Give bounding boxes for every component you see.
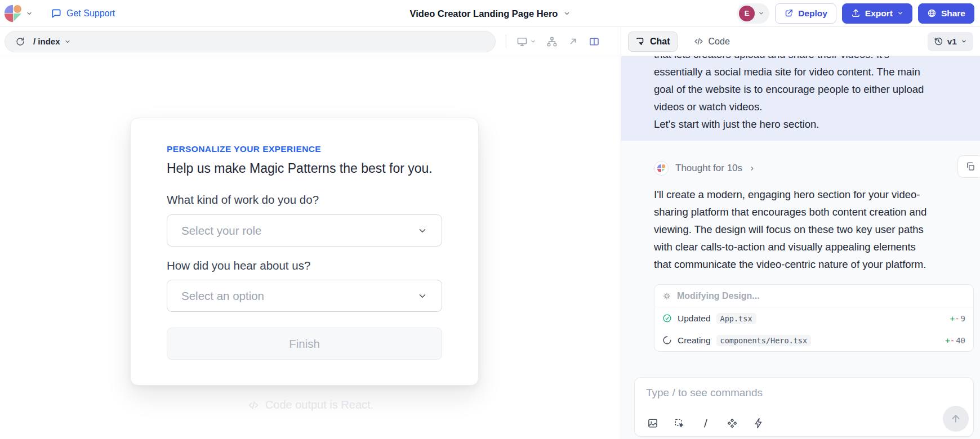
role-select-placeholder: Select your role	[181, 224, 261, 238]
sparkle-icon	[662, 292, 671, 301]
viewport-chevron-down-icon	[530, 38, 536, 44]
diff-stats: + - 9	[950, 314, 965, 323]
components-icon[interactable]	[727, 418, 738, 429]
diff-stats: + - 40	[945, 336, 965, 345]
role-select[interactable]: Select your role	[167, 214, 442, 247]
share-button[interactable]: Share	[918, 3, 974, 24]
assistant-avatar	[654, 161, 669, 176]
chat-transcript[interactable]: that lets creators upload and share thei…	[621, 56, 980, 369]
globe-icon	[927, 8, 937, 18]
role-question-label: What kind of work do you do?	[167, 193, 442, 207]
open-preview-button[interactable]	[568, 36, 578, 47]
export-chevron-down-icon	[897, 10, 903, 16]
account-chevron-down-icon	[758, 10, 764, 16]
select-element-icon[interactable]	[674, 418, 685, 429]
tool-call-card: Modifying Design... Updated App.tsx + - …	[654, 284, 974, 352]
copy-icon	[965, 162, 975, 172]
tab-chat[interactable]: Chat	[628, 32, 678, 52]
modal-title: Help us make Magic Patterns the best for…	[167, 161, 442, 176]
project-title[interactable]: Video Creator Landing Page Hero	[410, 0, 571, 27]
deploy-label: Deploy	[798, 8, 827, 19]
tab-chat-label: Chat	[650, 37, 670, 47]
preview-canvas: PERSONALIZE YOUR EXPERIENCE Help us make…	[0, 56, 621, 439]
arrow-up-icon	[950, 413, 961, 424]
external-link-icon	[784, 8, 794, 18]
route-path: / index	[33, 37, 60, 46]
code-brackets-icon	[693, 36, 704, 47]
app-header: Get Support Video Creator Landing Page H…	[0, 0, 980, 27]
send-button[interactable]	[943, 406, 969, 432]
chat-bubble-icon	[635, 37, 645, 47]
account-menu[interactable]: E	[737, 3, 769, 24]
get-support-link[interactable]: Get Support	[51, 8, 115, 19]
export-button[interactable]: Export	[842, 3, 912, 24]
slash-command-icon[interactable]	[700, 418, 711, 429]
upload-icon	[851, 8, 861, 18]
chat-composer[interactable]	[634, 377, 974, 437]
finish-button[interactable]: Finish	[167, 328, 442, 360]
version-selector[interactable]: v1	[928, 32, 973, 51]
deploy-button[interactable]: Deploy	[775, 3, 836, 24]
code-note-brackets-icon	[247, 399, 260, 411]
viewport-size-button[interactable]	[516, 36, 536, 47]
referral-select[interactable]: Select an option	[167, 280, 442, 312]
toolbar-row: / index Chat Code	[0, 27, 980, 56]
refresh-icon[interactable]	[15, 37, 25, 47]
referral-question-label: How did you hear about us?	[167, 259, 442, 272]
tab-code-label: Code	[709, 37, 730, 47]
modal-eyebrow: PERSONALIZE YOUR EXPERIENCE	[167, 144, 442, 154]
user-message: that lets creators upload and share thei…	[621, 56, 980, 141]
assistant-message: I'll create a modern, engaging hero sect…	[654, 186, 957, 273]
personalize-modal: PERSONALIZE YOUR EXPERIENCE Help us make…	[130, 118, 479, 386]
thought-chevron-right-icon	[749, 165, 755, 172]
code-output-note: Code output is React.	[0, 398, 621, 411]
role-select-chevron-down-icon	[417, 226, 427, 236]
route-chevron-down-icon	[64, 38, 71, 45]
tab-code[interactable]: Code	[687, 32, 737, 52]
share-label: Share	[941, 8, 965, 19]
assistant-logo-icon	[657, 164, 665, 172]
referral-select-placeholder: Select an option	[181, 289, 264, 303]
file-chip: App.tsx	[716, 313, 756, 324]
tool-card-title: Modifying Design...	[677, 291, 760, 301]
tool-card-header[interactable]: Modifying Design...	[654, 285, 973, 307]
split-view-button[interactable]	[589, 36, 600, 47]
export-label: Export	[865, 8, 893, 19]
quick-action-bolt-icon[interactable]	[753, 418, 764, 429]
get-support-label: Get Support	[66, 8, 115, 19]
spinner-icon	[662, 335, 672, 345]
attach-image-icon[interactable]	[647, 418, 658, 429]
copy-message-button[interactable]	[957, 155, 980, 178]
title-chevron-down-icon	[563, 10, 570, 17]
route-selector[interactable]: / index	[33, 37, 71, 46]
chat-panel: that lets creators upload and share thei…	[621, 56, 980, 439]
composer-toolbar	[647, 418, 764, 429]
thought-toggle[interactable]: Thought for 10s	[654, 161, 980, 176]
version-chevron-down-icon	[961, 38, 967, 44]
thought-label: Thought for 10s	[675, 163, 742, 174]
file-chip: components/Hero.tsx	[716, 335, 811, 346]
check-circle-icon	[662, 313, 672, 323]
tool-card-row-updated[interactable]: Updated App.tsx + - 9	[654, 307, 973, 329]
history-icon	[934, 37, 943, 46]
toolbar-divider	[506, 35, 506, 48]
workspace-chevron-down-icon[interactable]	[26, 10, 33, 17]
chat-input[interactable]	[646, 387, 852, 399]
avatar: E	[739, 6, 755, 21]
referral-select-chevron-down-icon	[417, 291, 427, 301]
support-chat-bubble-icon	[51, 8, 62, 19]
version-label: v1	[947, 37, 957, 47]
address-bar[interactable]: / index	[5, 31, 496, 52]
magic-patterns-logo-icon[interactable]	[5, 5, 21, 22]
tool-card-row-creating[interactable]: Creating components/Hero.tsx + - 40	[654, 329, 973, 351]
component-tree-button[interactable]	[546, 36, 558, 47]
